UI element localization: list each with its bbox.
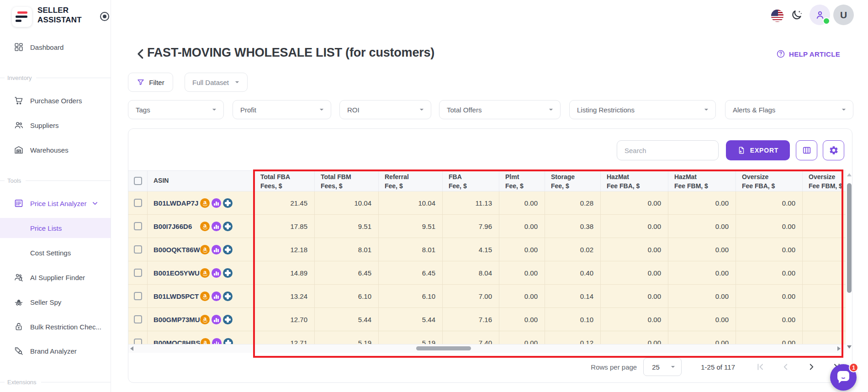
row-checkbox[interactable] — [134, 292, 142, 300]
next-page-button[interactable] — [806, 362, 816, 372]
sidebar-item-cost-settings[interactable]: Cost Settings — [0, 243, 111, 263]
search-input[interactable] — [617, 147, 718, 154]
user-avatar[interactable]: U — [833, 5, 854, 25]
horizontal-scrollbar[interactable] — [128, 344, 846, 353]
amazon-icon[interactable]: a — [200, 268, 210, 278]
filter-dropdown-total-offers[interactable]: Total Offers — [439, 100, 561, 119]
fee-cell: 14.89 — [254, 261, 315, 284]
sidebar-collapse-icon[interactable] — [100, 12, 109, 21]
asin-link[interactable]: B01LWDAP7J — [153, 199, 200, 207]
filter-dropdown-roi[interactable]: ROI — [339, 100, 431, 119]
keepa-chart-icon[interactable] — [212, 245, 221, 254]
sidebar-item-brand-analyzer[interactable]: Brand Analyzer — [0, 341, 111, 361]
scroll-up-arrow-icon[interactable] — [847, 173, 852, 176]
cross-tool-icon[interactable] — [223, 245, 233, 254]
cross-tool-icon[interactable] — [223, 268, 233, 278]
scroll-right-arrow-icon[interactable] — [837, 346, 841, 351]
fee-cell: 0.28 — [545, 191, 601, 214]
fee-cell: 5.44 — [315, 308, 379, 331]
sidebar-item-purchase-orders[interactable]: Purchase Orders — [0, 90, 111, 111]
fee-cell: 6.10 — [315, 285, 379, 307]
back-button[interactable] — [134, 47, 148, 61]
cross-tool-icon[interactable] — [223, 291, 233, 301]
previous-page-button[interactable] — [781, 362, 791, 372]
vertical-scrollbar-thumb[interactable] — [847, 183, 852, 293]
keepa-chart-icon[interactable] — [212, 268, 221, 278]
asin-link[interactable]: B00I7J66D6 — [153, 222, 200, 230]
fee-cell: 6.45 — [315, 261, 379, 284]
sidebar-item-price-lists[interactable]: Price Lists — [0, 218, 111, 238]
chat-widget-button[interactable]: 1 — [830, 364, 857, 391]
horizontal-scrollbar-thumb[interactable] — [416, 346, 471, 350]
fee-cell: 0.00 — [601, 308, 668, 331]
export-button[interactable]: EXPORT — [726, 140, 790, 160]
keepa-chart-icon[interactable] — [212, 198, 221, 208]
sidebar-item-label: Dashboard — [30, 43, 64, 51]
row-checkbox-cell — [128, 238, 148, 261]
amazon-icon[interactable]: a — [200, 198, 210, 208]
rows-per-page-select[interactable]: 25 — [643, 358, 682, 376]
seller-assistant-logo-icon[interactable] — [12, 7, 32, 27]
row-checkbox[interactable] — [134, 269, 142, 277]
asin-link[interactable]: B00OQKT86W — [153, 246, 200, 254]
filter-dropdown-label: Alerts & Flags — [733, 106, 775, 114]
amazon-icon[interactable]: a — [201, 338, 210, 344]
scroll-down-arrow-icon[interactable] — [847, 345, 852, 349]
amazon-icon[interactable]: a — [200, 222, 210, 231]
cross-tool-icon[interactable] — [223, 198, 233, 208]
keepa-chart-icon[interactable] — [212, 338, 222, 344]
sidebar-item-warehouses[interactable]: Warehouses — [0, 140, 111, 160]
table-settings-button[interactable] — [823, 140, 844, 160]
cross-tool-icon[interactable] — [223, 338, 233, 344]
row-checkbox[interactable] — [134, 315, 142, 323]
scroll-left-arrow-icon[interactable] — [130, 346, 133, 351]
asin-link[interactable]: B00MOC8HBS — [153, 339, 201, 344]
column-header-fba-fee: FBAFee, $ — [443, 171, 499, 191]
first-page-button[interactable] — [755, 362, 765, 372]
sidebar-item-price-list-analyzer[interactable]: Price List Analyzer — [0, 193, 111, 213]
dataset-select[interactable]: Full Dataset — [185, 73, 248, 92]
row-checkbox[interactable] — [134, 222, 142, 230]
fee-cell: 0.00 — [668, 331, 736, 344]
vertical-scrollbar[interactable] — [846, 170, 852, 352]
cross-tool-icon[interactable] — [223, 222, 233, 231]
row-checkbox[interactable] — [134, 245, 142, 254]
asin-link[interactable]: B01LWD5PCT — [153, 292, 200, 300]
amazon-icon[interactable]: a — [200, 245, 210, 254]
us-flag-icon[interactable] — [771, 10, 783, 22]
dark-mode-moon-icon[interactable] — [790, 9, 803, 22]
amazon-icon[interactable]: a — [200, 315, 210, 324]
sidebar-item-suppliers[interactable]: Suppliers — [0, 115, 111, 135]
asin-link[interactable]: B00GMP73MU — [153, 316, 200, 323]
help-article-link[interactable]: HELP ARTICLE — [776, 49, 840, 58]
column-header-storage-fee: StorageFee, $ — [545, 171, 601, 191]
table-header-checkbox-cell — [128, 171, 148, 191]
account-button[interactable] — [810, 5, 830, 25]
row-checkbox[interactable] — [134, 339, 142, 344]
cross-tool-icon[interactable] — [223, 315, 233, 324]
fee-cell: 8.01 — [315, 238, 379, 261]
column-settings-button[interactable] — [796, 140, 817, 160]
sidebar-item-ai-supplier-finder[interactable]: AI Supplier Finder — [0, 267, 111, 287]
keepa-chart-icon[interactable] — [212, 291, 221, 301]
filter-dropdown-alerts-flags[interactable]: Alerts & Flags — [725, 100, 853, 119]
fee-cell: 0.00 — [736, 191, 803, 214]
amazon-icon[interactable]: a — [200, 291, 210, 301]
filter-dropdown-tags[interactable]: Tags — [128, 100, 224, 119]
filter-dropdown-profit[interactable]: Profit — [233, 100, 331, 119]
sidebar-item-bulk-restriction-chec[interactable]: Bulk Restriction Chec... — [0, 317, 111, 337]
filter-dropdown-listing-restrictions[interactable]: Listing Restrictions — [569, 100, 716, 119]
keepa-chart-icon[interactable] — [212, 315, 221, 324]
data-table: ASINTotal FBAFees, $Total FBMFees, $Refe… — [128, 170, 846, 344]
fee-cell: 0.00 — [499, 261, 545, 284]
sidebar-item-dashboard[interactable]: Dashboard — [0, 37, 111, 57]
asin-link[interactable]: B001EO5YWU — [153, 269, 200, 277]
filter-button[interactable]: Filter — [128, 73, 173, 92]
select-all-checkbox[interactable] — [134, 177, 142, 185]
people-icon — [14, 120, 24, 130]
asin-external-icons: a — [201, 338, 233, 344]
keepa-chart-icon[interactable] — [212, 222, 221, 231]
row-checkbox[interactable] — [134, 199, 142, 207]
fee-cell: 0.00 — [736, 215, 803, 238]
sidebar-item-seller-spy[interactable]: Seller Spy — [0, 292, 111, 312]
